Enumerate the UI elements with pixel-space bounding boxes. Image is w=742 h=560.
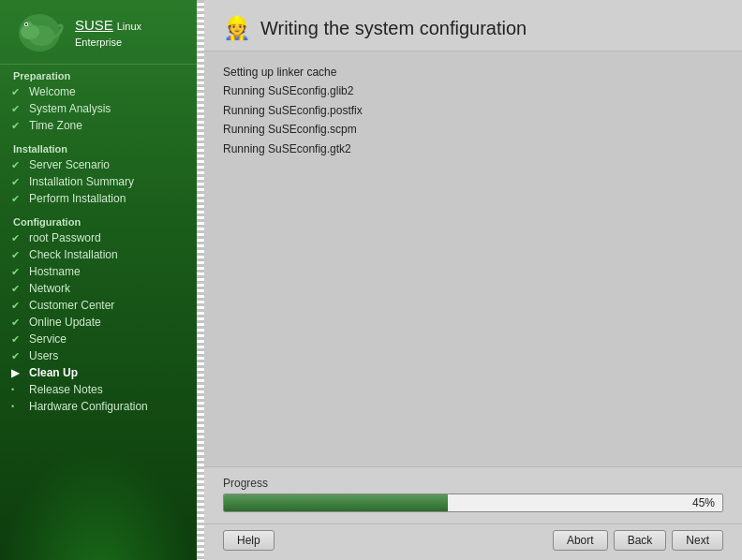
checkmark-icon: ✔ [11,350,24,362]
sidebar-item-users[interactable]: ✔Users [0,347,197,364]
sidebar-item-check-installation[interactable]: ✔Check Installation [0,246,197,263]
svg-point-3 [23,22,33,31]
checkmark-icon: ✔ [11,103,24,115]
progress-bar: 45% [223,494,723,512]
sidebar-item-time-zone[interactable]: ✔Time Zone [0,117,197,134]
main-content: 👷 Writing the system configuration Setti… [204,0,742,560]
checkmark-icon: ✔ [11,283,24,295]
progress-area: Progress 45% [204,466,742,523]
sidebar-item-label: Perform Installation [29,192,126,205]
suse-logo-icon [11,9,67,56]
sidebar-item-label: Release Notes [29,383,103,396]
sidebar-section-preparation: Preparation [0,65,197,83]
sidebar-item-customer-center[interactable]: ✔Customer Center [0,297,197,314]
sidebar-item-label: Time Zone [29,119,82,132]
sidebar-item-label: Clean Up [29,366,78,379]
progress-percent: 45% [692,496,715,509]
log-line: Setting up linker cache [223,63,723,81]
nav-buttons: Abort Back Next [553,530,723,551]
sidebar-nav: Preparation✔Welcome✔System Analysis✔Time… [0,65,197,419]
progress-fill [224,494,448,511]
sidebar-section-configuration: Configuration [0,211,197,229]
svg-point-5 [25,23,27,25]
sidebar-item-hardware-configuration[interactable]: •Hardware Configuration [0,398,197,415]
sidebar-item-hostname[interactable]: ✔Hostname [0,263,197,280]
checkmark-icon: ✔ [11,193,24,205]
sidebar: SUSE Linux Enterprise Preparation✔Welcom… [0,0,197,560]
bullet-icon: • [11,402,24,411]
checkmark-icon: ✔ [11,249,24,261]
checkmark-icon: ✔ [11,159,24,171]
sidebar-item-network[interactable]: ✔Network [0,280,197,297]
sidebar-divider [197,0,204,560]
sidebar-item-release-notes[interactable]: •Release Notes [0,381,197,398]
sidebar-item-label: Users [29,349,58,362]
sidebar-item-label: Online Update [29,316,101,329]
bullet-icon: • [11,385,24,394]
button-bar: Help Abort Back Next [204,523,742,560]
abort-button[interactable]: Abort [553,530,608,551]
sidebar-item-label: Customer Center [29,299,114,312]
sidebar-item-root-password[interactable]: ✔root Password [0,229,197,246]
sidebar-item-label: Server Scenario [29,158,110,171]
checkmark-icon: ✔ [11,176,24,188]
sidebar-item-label: Hardware Configuration [29,400,148,413]
sidebar-item-label: Check Installation [29,248,118,261]
sidebar-item-label: root Password [29,231,101,244]
sidebar-item-service[interactable]: ✔Service [0,331,197,347]
log-line: Running SuSEconfig.scpm [223,120,723,139]
log-line: Running SuSEconfig.glib2 [223,81,723,100]
sidebar-item-label: Hostname [29,265,81,278]
sidebar-item-server-scenario[interactable]: ✔Server Scenario [0,156,197,173]
checkmark-icon: ✔ [11,86,24,98]
brand-name: SUSE Linux Enterprise [75,17,141,50]
sidebar-item-label: Installation Summary [29,175,134,188]
sidebar-item-label: Network [29,282,70,295]
checkmark-icon: ✔ [11,333,24,346]
sidebar-item-system-analysis[interactable]: ✔System Analysis [0,100,197,117]
log-line: Running SuSEconfig.postfix [223,101,723,120]
checkmark-icon: ✔ [11,120,24,132]
log-line: Running SuSEconfig.gtk2 [223,140,723,158]
next-button[interactable]: Next [672,530,723,551]
back-button[interactable]: Back [614,530,667,551]
sidebar-section-installation: Installation [0,138,197,156]
checkmark-icon: ✔ [11,266,24,278]
checkmark-icon: ✔ [11,232,24,244]
checkmark-icon: ✔ [11,300,24,312]
sidebar-item-welcome[interactable]: ✔Welcome [0,83,197,100]
sidebar-item-label: System Analysis [29,102,111,115]
arrow-icon: ▶ [11,367,24,379]
log-area: Setting up linker cacheRunning SuSEconfi… [204,52,742,466]
sidebar-item-clean-up[interactable]: ▶Clean Up [0,364,197,381]
page-title: Writing the system configuration [260,18,527,39]
sidebar-item-perform-installation[interactable]: ✔Perform Installation [0,190,197,207]
sidebar-item-label: Welcome [29,85,76,98]
sidebar-item-online-update[interactable]: ✔Online Update [0,314,197,331]
progress-label: Progress [223,477,723,490]
checkmark-icon: ✔ [11,317,24,329]
sidebar-item-label: Service [29,332,67,346]
help-button[interactable]: Help [223,530,275,551]
config-icon: 👷 [223,15,251,41]
sidebar-item-installation-summary[interactable]: ✔Installation Summary [0,173,197,190]
main-header: 👷 Writing the system configuration [204,0,742,52]
sidebar-header: SUSE Linux Enterprise [0,0,197,65]
